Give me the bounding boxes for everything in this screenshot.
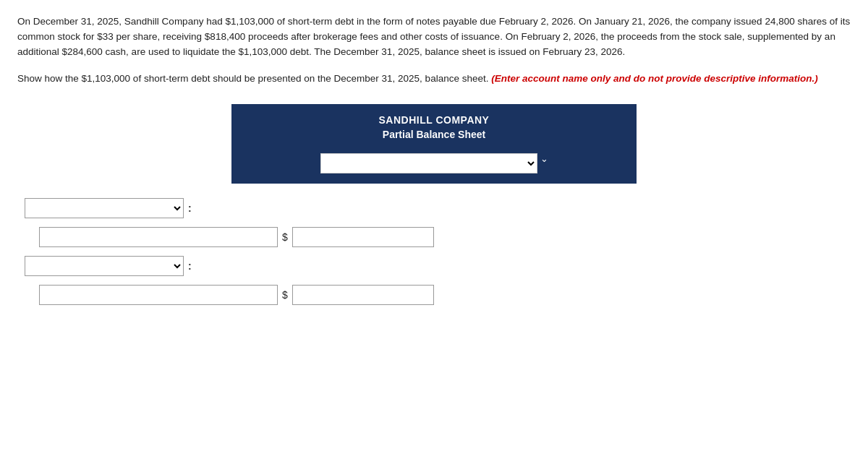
form-row-4: $ [25,285,618,305]
row4-amount-input[interactable] [292,285,434,305]
row4-dollar: $ [282,289,288,301]
row2-text-input[interactable] [39,227,278,247]
balance-sheet-header: SANDHILL COMPANY Partial Balance Sheet [231,104,637,147]
company-name: SANDHILL COMPANY [246,114,622,126]
form-row-1: : [25,198,618,218]
instruction-text: Show how the $1,103,000 of short-term de… [17,72,851,87]
form-area: : $ : $ [17,198,625,305]
row3-dropdown[interactable] [25,256,184,276]
balance-sheet-wrapper: SANDHILL COMPANY Partial Balance Sheet ⌄ [231,104,637,184]
balance-sheet-container: SANDHILL COMPANY Partial Balance Sheet ⌄ [17,104,851,184]
form-row-2: $ [25,227,618,247]
problem-text: On December 31, 2025, Sandhill Company h… [17,14,851,60]
row1-colon: : [188,202,192,214]
row1-dropdown[interactable] [25,198,184,218]
row3-colon: : [188,260,192,272]
header-dropdown[interactable] [320,153,537,173]
header-dropdown-row: ⌄ [231,147,637,184]
instruction-prefix: Show how the $1,103,000 of short-term de… [17,73,488,84]
row2-amount-input[interactable] [292,227,434,247]
form-row-3: : [25,256,618,276]
instruction-highlight: (Enter account name only and do not prov… [491,73,818,84]
row2-dollar: $ [282,231,288,243]
row4-text-input[interactable] [39,285,278,305]
sheet-title: Partial Balance Sheet [246,129,622,140]
